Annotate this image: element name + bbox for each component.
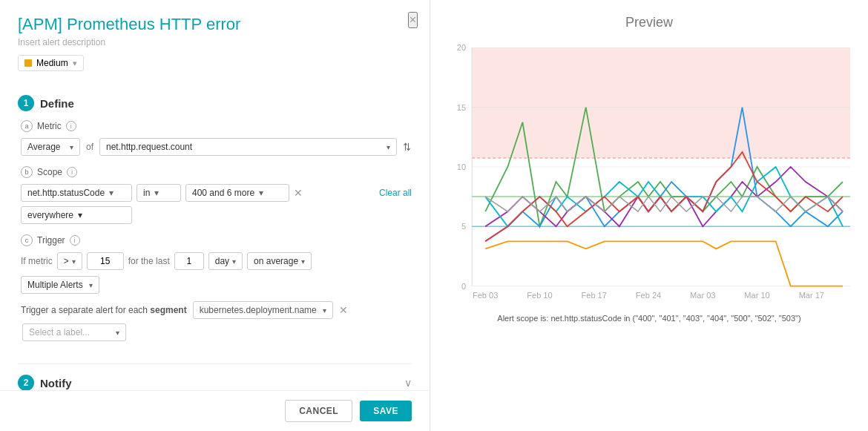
scope-field1-value: net.http.statusCode xyxy=(27,188,105,198)
chart-area: 20 15 10 5 0 Feb 03 Feb 10 Feb 17 Feb 24… xyxy=(448,41,850,308)
svg-text:Feb 10: Feb 10 xyxy=(527,291,552,300)
trigger-circle: c xyxy=(21,234,33,246)
scope-subsection: b Scope i net.http.statusCode ▾ in ▾ 400… xyxy=(18,166,412,224)
metric-name-select[interactable]: net.http.request.count ▾ xyxy=(99,138,397,156)
metric-name-value: net.http.request.count xyxy=(106,142,192,152)
scope-label: Scope xyxy=(37,167,62,177)
metric-name-chevron: ▾ xyxy=(387,143,390,151)
dialog-title: [APM] Prometheus HTTP error xyxy=(18,15,412,34)
swap-icon[interactable]: ⇄ xyxy=(401,142,413,151)
preview-chart: 20 15 10 5 0 Feb 03 Feb 10 Feb 17 Feb 24… xyxy=(448,41,850,308)
label-select-dropdown[interactable]: Select a label... ▾ xyxy=(22,323,126,341)
scope-label-row: b Scope i xyxy=(21,166,412,178)
svg-text:20: 20 xyxy=(457,43,466,52)
on-average-select[interactable]: on average ▾ xyxy=(247,252,312,270)
metric-subsection: a Metric i Average ▾ of net.http.request… xyxy=(18,120,412,156)
metric-circle: a xyxy=(21,120,33,132)
svg-text:0: 0 xyxy=(461,282,466,291)
define-section: 1 Define a Metric i Average ▾ of xyxy=(18,85,412,364)
trigger-subsection: c Trigger i If metric > ▾ for the last d… xyxy=(18,234,412,341)
for-the-last-label: for the last xyxy=(128,256,170,266)
notify-section-title: Notify xyxy=(40,377,398,389)
alert-scope-prefix: Alert scope is: xyxy=(497,314,548,323)
period-unit-select[interactable]: day ▾ xyxy=(208,252,243,270)
segment-text: Trigger a separate alert for each segmen… xyxy=(21,305,187,315)
aggregation-chevron: ▾ xyxy=(70,143,73,151)
metric-label-row: a Metric i xyxy=(21,120,412,132)
alert-scope-text: Alert scope is: net.http.statusCode in (… xyxy=(448,314,850,323)
svg-text:Mar 10: Mar 10 xyxy=(744,291,769,300)
segment-field-value: kubernetes.deployment.name xyxy=(200,305,317,315)
scope-location-row: everywhere ▾ xyxy=(21,206,412,224)
svg-text:Feb 24: Feb 24 xyxy=(636,291,661,300)
severity-label: Medium xyxy=(36,58,68,68)
everywhere-value: everywhere xyxy=(27,210,73,220)
trigger-operator-value: > xyxy=(64,256,69,266)
clear-all-button[interactable]: Clear all xyxy=(379,188,412,198)
trigger-period-input[interactable] xyxy=(174,252,204,270)
save-button[interactable]: SAVE xyxy=(360,401,412,421)
metric-row: Average ▾ of net.http.request.count ▾ ⇄ xyxy=(21,138,412,156)
scope-value-select[interactable]: 400 and 6 more ▾ xyxy=(185,184,289,202)
svg-text:15: 15 xyxy=(457,103,466,112)
svg-text:Mar 03: Mar 03 xyxy=(690,291,715,300)
alerts-type-row: Multiple Alerts ▾ xyxy=(21,276,412,294)
period-unit-value: day xyxy=(215,256,229,266)
scope-value-chevron: ▾ xyxy=(259,188,263,198)
aggregation-label: Average xyxy=(27,142,60,152)
segment-field-select[interactable]: kubernetes.deployment.name ▾ xyxy=(193,301,333,319)
define-section-number: 1 xyxy=(18,95,34,111)
everywhere-chevron: ▾ xyxy=(78,210,82,220)
svg-text:Feb 17: Feb 17 xyxy=(582,291,607,300)
trigger-label: Trigger xyxy=(37,235,65,246)
aggregation-select[interactable]: Average ▾ xyxy=(21,138,80,156)
metric-label: Metric xyxy=(37,121,62,131)
close-button[interactable]: × xyxy=(408,12,418,28)
segment-remove-button[interactable]: ✕ xyxy=(339,304,348,316)
define-section-header: 1 Define xyxy=(18,85,412,120)
label-select-row: Select a label... ▾ xyxy=(21,323,412,341)
everywhere-select[interactable]: everywhere ▾ xyxy=(21,206,132,224)
preview-title: Preview xyxy=(448,15,850,30)
trigger-condition-row: If metric > ▾ for the last day ▾ on aver… xyxy=(21,252,412,270)
trigger-info-icon[interactable]: i xyxy=(70,235,80,246)
metric-info-icon[interactable]: i xyxy=(66,121,76,131)
severity-indicator xyxy=(24,59,32,67)
segment-bold-word: segment xyxy=(150,305,186,315)
scope-value-text: 400 and 6 more xyxy=(192,188,254,198)
scope-circle: b xyxy=(21,166,33,178)
trigger-operator-select[interactable]: > ▾ xyxy=(57,252,82,270)
scope-operator-value: in xyxy=(143,188,150,198)
svg-text:Mar 17: Mar 17 xyxy=(799,291,824,300)
on-average-value: on average xyxy=(254,256,298,266)
dialog-subtitle: Insert alert description xyxy=(18,37,412,47)
segment-row: Trigger a separate alert for each segmen… xyxy=(21,301,412,319)
scope-remove-button[interactable]: ✕ xyxy=(294,187,303,199)
scope-field1-chevron: ▾ xyxy=(109,188,114,198)
trigger-value-input[interactable] xyxy=(87,252,124,270)
alerts-type-label: Multiple Alerts xyxy=(27,280,83,290)
footer: CANCEL SAVE xyxy=(0,390,430,431)
severity-chevron: ▾ xyxy=(73,59,77,68)
trigger-label-row: c Trigger i xyxy=(21,234,412,246)
label-placeholder: Select a label... xyxy=(29,327,90,338)
right-panel: Preview 20 15 10 5 0 F xyxy=(430,0,868,431)
define-section-title: Define xyxy=(40,97,412,110)
notify-chevron: ∨ xyxy=(404,377,412,389)
scope-filter-row: net.http.statusCode ▾ in ▾ 400 and 6 mor… xyxy=(21,184,412,202)
if-metric-label: If metric xyxy=(21,256,53,266)
alert-scope-value: net.http.statusCode in ("400", "401", "4… xyxy=(550,314,800,323)
alerts-type-select[interactable]: Multiple Alerts ▾ xyxy=(21,276,99,294)
svg-rect-0 xyxy=(472,47,850,158)
scope-field1[interactable]: net.http.statusCode ▾ xyxy=(21,184,132,202)
scope-info-icon[interactable]: i xyxy=(67,167,77,177)
scope-operator-select[interactable]: in ▾ xyxy=(137,184,181,202)
svg-text:10: 10 xyxy=(457,162,466,171)
left-panel: × [APM] Prometheus HTTP error Insert ale… xyxy=(0,0,430,431)
svg-text:5: 5 xyxy=(461,222,466,231)
cancel-button[interactable]: CANCEL xyxy=(285,400,352,422)
notify-section-number: 2 xyxy=(18,375,34,391)
severity-dropdown[interactable]: Medium ▾ xyxy=(18,55,84,71)
svg-text:Feb 03: Feb 03 xyxy=(473,291,498,300)
of-label: of xyxy=(86,142,93,152)
